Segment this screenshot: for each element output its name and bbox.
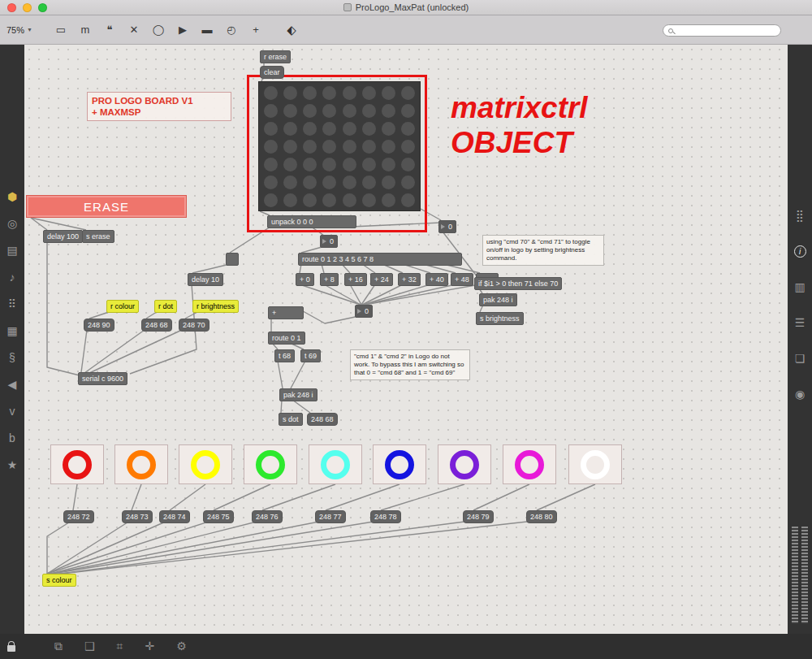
color-button-3[interactable] (179, 444, 232, 484)
max-box-route-0-1[interactable]: route 0 1 (268, 332, 305, 345)
grid-icon[interactable]: ⣿ (788, 197, 812, 233)
color-button-2[interactable] (114, 444, 168, 484)
max-box-48[interactable]: + 48 (451, 273, 473, 286)
message-box-icon[interactable]: m (78, 23, 93, 37)
matrix-cell[interactable] (283, 86, 297, 100)
matrix-cell[interactable] (343, 176, 356, 189)
matrix-cell[interactable] (322, 104, 336, 118)
max-box-248-74[interactable]: 248 74 (159, 510, 190, 523)
max-box-r-brightness[interactable]: r brightness (192, 300, 239, 313)
matrix-cell[interactable] (264, 158, 278, 171)
max-box-0[interactable]: 0 (355, 305, 373, 318)
matrix-cell[interactable] (343, 122, 356, 136)
matrix-cell[interactable] (264, 193, 278, 207)
max-box-pak-248-i[interactable]: pak 248 i (479, 293, 517, 306)
vimeo-icon[interactable]: v (0, 397, 24, 424)
matrix-cell[interactable] (401, 140, 415, 154)
matrix-cell[interactable] (343, 193, 356, 207)
matrix-cell[interactable] (343, 158, 356, 171)
matrix-cell[interactable] (362, 193, 376, 207)
max-box-248-90[interactable]: 248 90 (84, 319, 114, 332)
max-box-serial-c-9600[interactable]: serial c 9600 (78, 372, 127, 385)
signal-icon[interactable]: ✛ (145, 639, 154, 653)
matrix-cell[interactable] (382, 86, 395, 100)
matrix-cell[interactable] (322, 176, 336, 189)
video-icon[interactable]: ▶ (175, 23, 190, 37)
matrix-cell[interactable] (322, 140, 336, 154)
max-box-248-75[interactable]: 248 75 (203, 510, 234, 523)
matrix-cell[interactable] (283, 158, 297, 171)
matrix-cell[interactable] (322, 86, 336, 100)
matrix-cell[interactable] (343, 104, 356, 118)
max-box-s-erase[interactable]: s erase (82, 230, 114, 243)
max-box-delay-10[interactable]: delay 10 (188, 273, 223, 286)
matrix-cell[interactable] (382, 176, 395, 189)
max-box-248-77[interactable]: 248 77 (315, 510, 346, 523)
list-icon[interactable]: ☰ (788, 305, 812, 340)
max-box-248-70[interactable]: 248 70 (179, 319, 209, 332)
max-box-unpack-0-0-0[interactable]: unpack 0 0 0 (267, 215, 356, 228)
max-box-248-78[interactable]: 248 78 (370, 510, 401, 523)
max-box-40[interactable]: + 40 (425, 273, 448, 286)
matrix-cell[interactable] (264, 140, 278, 154)
grid-icon[interactable]: ⌗ (117, 639, 123, 653)
matrix-cell[interactable] (322, 193, 336, 207)
matrix-cell[interactable] (401, 193, 415, 207)
max-box-0[interactable]: + 0 (296, 273, 314, 286)
matrix-cell[interactable] (343, 86, 356, 100)
max-box-0[interactable]: 0 (438, 220, 456, 233)
search-input[interactable] (677, 26, 775, 35)
paperclip-icon[interactable]: § (0, 344, 24, 371)
image-icon[interactable]: ▦ (0, 317, 24, 344)
matrix-cell[interactable] (401, 122, 415, 136)
matrix-cell[interactable] (343, 140, 356, 154)
max-box-route-0-1-2-3-4-5-6-7-8[interactable]: route 0 1 2 3 4 5 6 7 8 (298, 253, 462, 266)
matrix-cell[interactable] (362, 176, 376, 189)
matrix-cell[interactable] (303, 176, 317, 189)
number-box-icon[interactable]: ▬ (200, 23, 214, 37)
matrix-cell[interactable] (303, 158, 317, 171)
matrix-cell[interactable] (264, 122, 278, 136)
button-icon[interactable]: ✕ (127, 23, 141, 37)
matrix-cell[interactable] (264, 104, 278, 118)
matrix-cell[interactable] (283, 104, 297, 118)
matrix-cell[interactable] (283, 140, 297, 154)
object-box-icon[interactable]: ▭ (54, 23, 68, 37)
matrix-cell[interactable] (264, 86, 278, 100)
max-box-32[interactable]: + 32 (398, 273, 421, 286)
zoom-button[interactable] (38, 3, 47, 12)
max-box-clear[interactable]: clear (260, 66, 284, 79)
lock-icon[interactable] (7, 645, 15, 652)
star-icon[interactable]: ★ (0, 451, 24, 478)
color-button-5[interactable] (309, 444, 362, 484)
record-icon[interactable]: ◎ (0, 210, 24, 236)
book-icon[interactable]: ❏ (788, 340, 812, 376)
toggle-icon[interactable]: ◯ (151, 23, 166, 37)
matrix-cell[interactable] (382, 193, 395, 207)
matrix-cell[interactable] (362, 86, 376, 100)
matrix-cell[interactable] (362, 104, 376, 118)
max-box-t-69[interactable]: t 69 (300, 349, 321, 362)
max-box-248-72[interactable]: 248 72 (63, 510, 94, 523)
color-button-8[interactable] (503, 444, 556, 484)
matrix-cell[interactable] (264, 176, 278, 189)
columns-icon[interactable]: ▥ (788, 269, 812, 305)
matrix-cell[interactable] (382, 104, 395, 118)
max-box-pak-248-i[interactable]: pak 248 i (279, 388, 317, 401)
camera-icon[interactable]: ◉ (788, 376, 812, 412)
max-box-0[interactable]: 0 (320, 235, 338, 248)
beta-icon[interactable]: b (0, 424, 24, 451)
audio-icon[interactable]: ♪ (0, 263, 24, 290)
max-box-t-68[interactable]: t 68 (274, 349, 295, 362)
max-box-if-i1-0-then-71-else-70[interactable]: if $i1 > 0 then 71 else 70 (474, 277, 562, 290)
max-box-blank[interactable] (226, 253, 239, 266)
wrench-icon[interactable]: ⚙ (176, 639, 187, 653)
minimize-button[interactable] (23, 3, 32, 12)
matrix-cell[interactable] (303, 193, 317, 207)
drawer-icon[interactable]: ▤ (0, 236, 24, 263)
max-box-8[interactable]: + 8 (320, 273, 339, 286)
console-icon[interactable]: ❑ (84, 639, 95, 653)
matrix-cell[interactable] (401, 86, 415, 100)
matrix-icon[interactable]: ⠿ (0, 290, 24, 317)
matrix-cell[interactable] (362, 122, 376, 136)
